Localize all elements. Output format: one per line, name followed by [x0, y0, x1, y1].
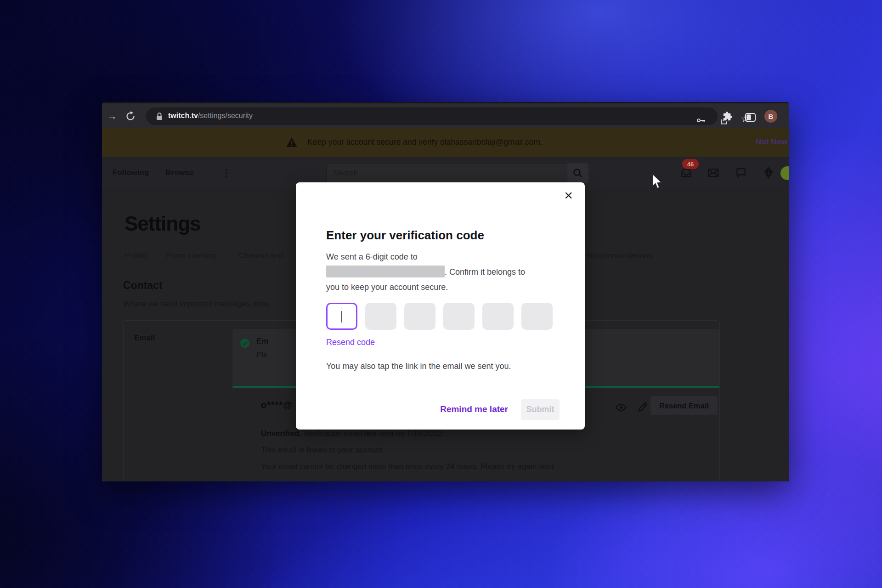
search-icon: [572, 168, 583, 179]
close-icon[interactable]: ×: [564, 188, 573, 203]
success-check-icon: [240, 338, 250, 350]
modal-footer: Remind me later Submit: [440, 398, 560, 420]
search-button[interactable]: [567, 163, 588, 183]
email-link-note: You may also tap the link in the email w…: [326, 362, 511, 371]
browser-window: → twitch.tv/settings/security ☆ B: [102, 102, 789, 481]
mouse-cursor: [651, 173, 663, 192]
twitch-user-avatar[interactable]: [780, 166, 789, 180]
modal-title: Enter your verification code: [326, 228, 484, 243]
lock-icon: [156, 113, 163, 122]
browser-profile-avatar[interactable]: B: [764, 110, 777, 123]
forward-icon[interactable]: →: [107, 111, 118, 122]
whispers-mail-icon[interactable]: [707, 167, 719, 179]
not-now-button[interactable]: Not Now: [756, 137, 787, 147]
modal-body-text: We sent a 6-digit code to . Confirm it b…: [326, 249, 558, 295]
browser-toolbar: → twitch.tv/settings/security ☆ B: [102, 102, 789, 128]
toast-line1: Em: [256, 337, 268, 346]
verification-code-modal: × Enter your verification code We sent a…: [296, 182, 585, 430]
code-input-box[interactable]: [443, 303, 475, 330]
notification-count-badge: 46: [682, 159, 699, 169]
reveal-email-eye-icon[interactable]: [615, 401, 627, 415]
tab-recommendations[interactable]: Recommendations: [587, 251, 652, 260]
unverified-label: Unverified.: [261, 429, 301, 438]
redacted-email-bar: [326, 266, 445, 277]
tab-channel-and[interactable]: Channel and: [239, 251, 283, 260]
email-linked-note: This email is linked to your account.: [261, 446, 384, 455]
reload-icon[interactable]: [125, 111, 136, 122]
side-panel-icon[interactable]: [745, 112, 756, 123]
masked-email-text: o****@: [261, 400, 293, 410]
bits-gem-icon[interactable]: [763, 167, 775, 179]
extensions-icon[interactable]: [722, 111, 733, 122]
email-change-note: Your email cannot be changed more than o…: [261, 462, 556, 471]
code-input-row: [326, 303, 553, 330]
nav-following-link[interactable]: Following: [113, 168, 149, 177]
text-caret: [341, 311, 342, 322]
toast-line2: Ple: [256, 351, 268, 360]
code-input-box[interactable]: [521, 303, 553, 330]
url-host: twitch.tv: [168, 112, 198, 119]
tab-profile[interactable]: Profile: [124, 251, 147, 260]
verify-email-banner: Keep your account secure and verify olah…: [102, 128, 789, 157]
banner-message: Keep your account secure and verify olah…: [307, 137, 543, 147]
nav-browse-link[interactable]: Browse: [165, 168, 193, 177]
contact-heading: Contact: [123, 279, 163, 292]
unverified-status-line: Unverified. Verification email last sent…: [261, 429, 444, 438]
edit-email-pencil-icon[interactable]: [637, 401, 649, 415]
resend-code-link[interactable]: Resend code: [326, 338, 375, 347]
url-path: /settings/security: [198, 112, 253, 119]
address-bar[interactable]: twitch.tv/settings/security ☆: [146, 107, 718, 125]
contact-description: Where we send important messages abou: [123, 300, 297, 309]
email-row-label: Email: [134, 334, 155, 343]
code-input-box[interactable]: [365, 303, 396, 330]
search-input[interactable]: [326, 163, 567, 183]
warning-icon: [286, 137, 298, 149]
password-key-icon[interactable]: [695, 115, 707, 126]
code-input-box[interactable]: [404, 303, 435, 330]
submit-button[interactable]: Submit: [521, 399, 560, 420]
code-input-box[interactable]: [482, 303, 514, 330]
url-text: twitch.tv/settings/security: [168, 112, 253, 120]
more-options-icon[interactable]: [222, 168, 231, 179]
page-title: Settings: [124, 212, 201, 235]
code-input-box[interactable]: [326, 303, 357, 330]
chat-bubble-icon[interactable]: [735, 167, 747, 179]
remind-me-later-button[interactable]: Remind me later: [440, 404, 508, 414]
tab-prime-gaming[interactable]: Prime Gaming: [166, 251, 216, 260]
resend-email-button[interactable]: Resend Email: [650, 396, 718, 415]
